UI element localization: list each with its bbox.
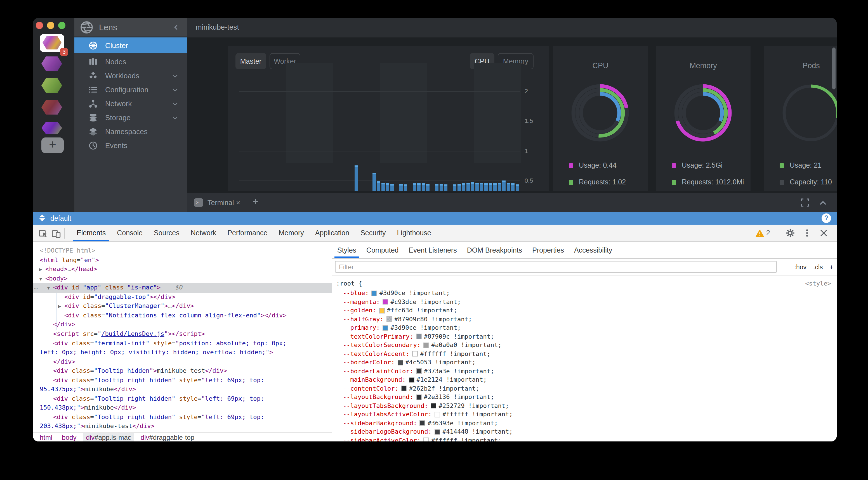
color-swatch[interactable] xyxy=(401,386,407,391)
dom-tree-node[interactable]: 95.4375px;">minikube</div> xyxy=(40,385,136,394)
color-swatch[interactable] xyxy=(435,429,440,435)
styles-filter-input[interactable] xyxy=(335,261,777,273)
minimize-window-button[interactable] xyxy=(47,22,54,29)
dom-tree-node[interactable]: </div> xyxy=(53,320,75,330)
color-swatch[interactable] xyxy=(412,351,418,357)
css-declaration[interactable]: --textColorAccent:#ffffff !important; xyxy=(343,349,491,358)
dom-tree-node[interactable]: left: 0px; height: 0px; visibility: hidd… xyxy=(40,348,273,357)
sidebar-item-events[interactable]: Events xyxy=(74,139,187,152)
dom-tree-node[interactable]: </div> xyxy=(53,357,75,366)
color-swatch[interactable] xyxy=(379,308,384,313)
sidebar-item-namespaces[interactable]: Namespaces xyxy=(74,125,187,139)
color-swatch[interactable] xyxy=(416,395,422,400)
css-declaration[interactable]: --sidebarActiveColor:#ffffff !important; xyxy=(343,436,502,441)
dom-tree-node[interactable]: <div class="Tooltip hidden">minikube-tes… xyxy=(53,367,227,376)
color-swatch[interactable] xyxy=(423,438,429,442)
inspect-element-icon[interactable] xyxy=(39,229,48,238)
css-declaration[interactable]: --mainBackground:#1e2124 !important; xyxy=(343,376,487,384)
styles-tab-computed[interactable]: Computed xyxy=(361,242,404,258)
add-cluster-button[interactable]: + xyxy=(41,137,64,153)
sidebar-item-nodes[interactable]: Nodes xyxy=(74,55,187,69)
dom-tree-node[interactable]: <html lang="en"> xyxy=(40,255,99,265)
css-declaration[interactable]: --primary:#3d90ce !important; xyxy=(343,323,461,332)
css-declaration[interactable]: --textColorSecondary:#a0a0a0 !important; xyxy=(343,341,502,349)
styles-tab-accessibility[interactable]: Accessibility xyxy=(569,242,617,258)
css-declaration[interactable]: --layoutTabsActiveColor:#ffffff !importa… xyxy=(343,410,513,419)
device-toolbar-icon[interactable] xyxy=(52,229,61,238)
css-declaration[interactable]: --layoutTabsBackground:#252729 !importan… xyxy=(343,402,509,410)
sidebar-item-network[interactable]: Network xyxy=(74,97,187,111)
tree-expanded-arrow[interactable]: ▼ xyxy=(39,276,45,281)
color-swatch[interactable] xyxy=(408,377,414,383)
help-button[interactable]: ? xyxy=(822,213,831,223)
css-declaration[interactable]: --textColorPrimary:#87909c !important; xyxy=(343,332,494,341)
sidebar-collapse-button[interactable] xyxy=(172,23,180,31)
dom-tree-node[interactable]: <div class="Notifications flex column al… xyxy=(64,311,287,320)
toggle-element-classes[interactable]: .cls xyxy=(813,264,823,270)
cluster-item[interactable] xyxy=(41,122,62,134)
devtools-tab-application[interactable]: Application xyxy=(310,225,355,241)
css-declaration[interactable]: --borderColor:#4c5053 !important; xyxy=(343,358,476,367)
dom-tree-node[interactable]: 203.438px;">minikube-test</div> xyxy=(40,422,155,431)
close-devtools-icon[interactable] xyxy=(819,229,828,238)
styles-tab-properties[interactable]: Properties xyxy=(527,242,569,258)
sidebar-item-configuration[interactable]: Configuration xyxy=(74,83,187,97)
terminal-add-icon[interactable]: + xyxy=(253,196,258,207)
tree-collapsed-arrow[interactable]: ▶ xyxy=(39,267,45,272)
color-swatch[interactable] xyxy=(382,325,388,331)
css-declaration[interactable]: --blue:#3d90ce !important; xyxy=(343,289,450,298)
zoom-window-button[interactable] xyxy=(58,22,65,29)
color-swatch[interactable] xyxy=(397,360,403,366)
css-declaration[interactable]: --contentColor:#262b2f !important; xyxy=(343,384,479,393)
cluster-item[interactable] xyxy=(41,57,62,71)
terminal-tab[interactable]: Terminal xyxy=(208,199,234,207)
color-swatch[interactable] xyxy=(435,412,440,417)
breadcrumb-item[interactable]: div#app.is-mac xyxy=(83,433,134,441)
cluster-item[interactable] xyxy=(41,100,62,114)
color-swatch[interactable] xyxy=(420,420,425,426)
styles-tab-styles[interactable]: Styles xyxy=(332,242,361,258)
breadcrumb-item[interactable]: html xyxy=(37,433,55,441)
dom-tree-node[interactable]: <script src="/build/LensDev.js"></script… xyxy=(53,330,205,339)
devtools-tab-memory[interactable]: Memory xyxy=(273,225,310,241)
color-swatch[interactable] xyxy=(423,343,429,348)
devtools-tab-elements[interactable]: Elements xyxy=(71,225,111,241)
devtools-tab-security[interactable]: Security xyxy=(355,225,391,241)
css-declaration[interactable]: --borderFaintColor:#373a3e !important; xyxy=(343,367,494,376)
dom-tree-node[interactable]: <body> xyxy=(45,274,68,283)
dom-tree-node[interactable]: <div class="Tooltip right hidden" style=… xyxy=(53,376,264,385)
css-declaration[interactable]: --magenta:#c93dce !important; xyxy=(343,298,461,306)
dom-tree-node[interactable]: <div class="Tooltip right hidden" style=… xyxy=(53,413,264,422)
sidebar-item-cluster[interactable]: Cluster xyxy=(74,37,187,53)
css-declaration[interactable]: --golden:#ffc63d !important; xyxy=(343,306,457,315)
styles-tab-event-listeners[interactable]: Event Listeners xyxy=(404,242,462,258)
sidebar-item-storage[interactable]: Storage xyxy=(74,111,187,125)
tree-collapsed-arrow[interactable]: ▶ xyxy=(58,304,64,309)
css-declaration[interactable]: --sidebarLogoBackground:#414448 !importa… xyxy=(343,427,513,436)
devtools-tab-lighthouse[interactable]: Lighthouse xyxy=(391,225,436,241)
css-declaration[interactable]: --sidebarBackground:#36393e !important; xyxy=(343,419,498,427)
main-scrollbar[interactable] xyxy=(832,47,836,90)
dom-tree-node[interactable]: <div class="ClusterManager">…</div> xyxy=(64,302,194,311)
cluster-item[interactable] xyxy=(41,78,62,93)
color-swatch[interactable] xyxy=(431,403,436,409)
close-window-button[interactable] xyxy=(35,22,43,29)
settings-gear-icon[interactable] xyxy=(786,229,795,238)
dom-tree-node[interactable]: <div id="app" class="is-mac"> == $0 xyxy=(53,283,183,292)
dom-tree-node[interactable]: <!DOCTYPE html> xyxy=(40,246,95,255)
color-swatch[interactable] xyxy=(382,299,388,305)
sidebar-item-workloads[interactable]: Workloads xyxy=(74,69,187,83)
dom-tree-node[interactable]: 150.438px;">minikube</div> xyxy=(40,404,136,413)
devtools-tab-console[interactable]: Console xyxy=(111,225,148,241)
new-style-rule-button[interactable]: + xyxy=(830,264,833,270)
breadcrumb-item[interactable]: div#draggable-top xyxy=(138,433,197,441)
dom-tree-node[interactable]: <div class="Tooltip right hidden" style=… xyxy=(53,395,264,404)
tree-expanded-arrow[interactable]: ▼ xyxy=(47,285,53,290)
kebab-menu-icon[interactable] xyxy=(803,229,811,238)
color-swatch[interactable] xyxy=(372,290,377,296)
terminal-expand-icon[interactable] xyxy=(800,198,810,207)
color-swatch[interactable] xyxy=(416,369,422,374)
css-declaration[interactable]: --layoutBackground:#2e3136 !important; xyxy=(343,393,494,402)
dom-tree-node[interactable]: <head>…</head> xyxy=(45,265,97,274)
styles-tab-dom-breakpoints[interactable]: DOM Breakpoints xyxy=(462,242,527,258)
